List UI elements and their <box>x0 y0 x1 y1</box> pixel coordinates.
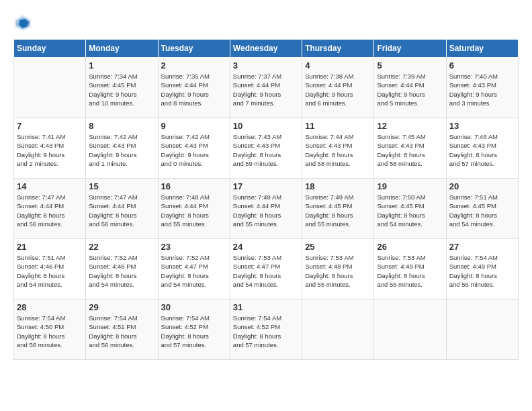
calendar-cell: 9Sunrise: 7:42 AM Sunset: 4:43 PM Daylig… <box>158 118 230 179</box>
calendar-cell: 22Sunrise: 7:52 AM Sunset: 4:46 PM Dayli… <box>86 239 158 300</box>
day-info: Sunrise: 7:37 AM Sunset: 4:44 PM Dayligh… <box>233 72 299 107</box>
calendar-cell: 20Sunrise: 7:51 AM Sunset: 4:45 PM Dayli… <box>446 179 518 239</box>
calendar-cell: 2Sunrise: 7:35 AM Sunset: 4:44 PM Daylig… <box>158 58 230 118</box>
day-info: Sunrise: 7:34 AM Sunset: 4:45 PM Dayligh… <box>89 72 154 107</box>
day-number: 25 <box>305 242 371 252</box>
day-number: 15 <box>89 181 154 191</box>
day-number: 31 <box>233 302 299 312</box>
day-info: Sunrise: 7:49 AM Sunset: 4:44 PM Dayligh… <box>233 193 299 228</box>
calendar-cell: 19Sunrise: 7:50 AM Sunset: 4:45 PM Dayli… <box>374 179 446 239</box>
page-header <box>13 13 519 32</box>
day-number: 11 <box>305 121 371 131</box>
day-info: Sunrise: 7:52 AM Sunset: 4:47 PM Dayligh… <box>161 253 227 289</box>
calendar-cell <box>302 300 374 360</box>
day-number: 13 <box>449 121 515 131</box>
calendar-cell: 27Sunrise: 7:54 AM Sunset: 4:49 PM Dayli… <box>446 239 518 300</box>
day-number: 7 <box>17 121 83 131</box>
logo <box>13 13 35 32</box>
day-info: Sunrise: 7:53 AM Sunset: 4:48 PM Dayligh… <box>305 253 371 289</box>
day-info: Sunrise: 7:49 AM Sunset: 4:45 PM Dayligh… <box>305 193 371 228</box>
header-cell-wednesday: Wednesday <box>230 40 302 58</box>
day-number: 24 <box>233 242 299 252</box>
day-info: Sunrise: 7:42 AM Sunset: 4:43 PM Dayligh… <box>161 132 227 168</box>
calendar-cell: 6Sunrise: 7:40 AM Sunset: 4:43 PM Daylig… <box>446 58 518 118</box>
calendar-cell: 10Sunrise: 7:43 AM Sunset: 4:43 PM Dayli… <box>230 118 302 179</box>
day-info: Sunrise: 7:38 AM Sunset: 4:44 PM Dayligh… <box>305 72 371 107</box>
header-cell-sunday: Sunday <box>14 40 86 58</box>
day-number: 26 <box>377 242 443 252</box>
day-info: Sunrise: 7:43 AM Sunset: 4:43 PM Dayligh… <box>233 132 299 168</box>
calendar-week-1: 1Sunrise: 7:34 AM Sunset: 4:45 PM Daylig… <box>14 58 519 118</box>
calendar-cell: 28Sunrise: 7:54 AM Sunset: 4:50 PM Dayli… <box>14 300 86 360</box>
calendar-week-3: 14Sunrise: 7:47 AM Sunset: 4:44 PM Dayli… <box>14 179 519 239</box>
calendar-cell: 7Sunrise: 7:41 AM Sunset: 4:43 PM Daylig… <box>14 118 86 179</box>
calendar-week-5: 28Sunrise: 7:54 AM Sunset: 4:50 PM Dayli… <box>14 300 519 360</box>
calendar-week-4: 21Sunrise: 7:51 AM Sunset: 4:46 PM Dayli… <box>14 239 519 300</box>
day-number: 5 <box>377 60 443 71</box>
calendar-cell <box>14 58 86 118</box>
header-cell-thursday: Thursday <box>302 40 374 58</box>
calendar-cell: 15Sunrise: 7:47 AM Sunset: 4:44 PM Dayli… <box>86 179 158 239</box>
calendar-cell: 11Sunrise: 7:44 AM Sunset: 4:43 PM Dayli… <box>302 118 374 179</box>
day-info: Sunrise: 7:50 AM Sunset: 4:45 PM Dayligh… <box>377 193 443 228</box>
calendar-cell: 29Sunrise: 7:54 AM Sunset: 4:51 PM Dayli… <box>86 300 158 360</box>
calendar-cell: 24Sunrise: 7:53 AM Sunset: 4:47 PM Dayli… <box>230 239 302 300</box>
day-info: Sunrise: 7:41 AM Sunset: 4:43 PM Dayligh… <box>17 132 83 168</box>
calendar-cell: 14Sunrise: 7:47 AM Sunset: 4:44 PM Dayli… <box>14 179 86 239</box>
day-number: 27 <box>449 242 515 252</box>
day-number: 18 <box>305 181 371 191</box>
day-info: Sunrise: 7:54 AM Sunset: 4:49 PM Dayligh… <box>449 253 515 289</box>
day-info: Sunrise: 7:53 AM Sunset: 4:47 PM Dayligh… <box>233 253 299 289</box>
day-number: 9 <box>161 121 227 131</box>
day-number: 23 <box>161 242 227 252</box>
day-number: 16 <box>161 181 227 191</box>
day-number: 14 <box>17 181 83 191</box>
day-number: 28 <box>17 302 83 312</box>
day-number: 29 <box>89 302 154 312</box>
calendar-cell: 26Sunrise: 7:53 AM Sunset: 4:49 PM Dayli… <box>374 239 446 300</box>
day-info: Sunrise: 7:47 AM Sunset: 4:44 PM Dayligh… <box>89 193 154 228</box>
day-info: Sunrise: 7:44 AM Sunset: 4:43 PM Dayligh… <box>305 132 371 168</box>
day-info: Sunrise: 7:51 AM Sunset: 4:45 PM Dayligh… <box>449 193 515 228</box>
day-info: Sunrise: 7:39 AM Sunset: 4:44 PM Dayligh… <box>377 72 443 107</box>
header-cell-tuesday: Tuesday <box>158 40 230 58</box>
day-info: Sunrise: 7:53 AM Sunset: 4:49 PM Dayligh… <box>377 253 443 289</box>
calendar-cell: 31Sunrise: 7:54 AM Sunset: 4:52 PM Dayli… <box>230 300 302 360</box>
day-info: Sunrise: 7:45 AM Sunset: 4:43 PM Dayligh… <box>377 132 443 168</box>
calendar-cell: 30Sunrise: 7:54 AM Sunset: 4:52 PM Dayli… <box>158 300 230 360</box>
calendar-week-2: 7Sunrise: 7:41 AM Sunset: 4:43 PM Daylig… <box>14 118 519 179</box>
day-info: Sunrise: 7:52 AM Sunset: 4:46 PM Dayligh… <box>89 253 154 289</box>
calendar-cell <box>446 300 518 360</box>
calendar-cell: 21Sunrise: 7:51 AM Sunset: 4:46 PM Dayli… <box>14 239 86 300</box>
calendar-cell: 25Sunrise: 7:53 AM Sunset: 4:48 PM Dayli… <box>302 239 374 300</box>
header-cell-friday: Friday <box>374 40 446 58</box>
day-number: 30 <box>161 302 227 312</box>
day-number: 10 <box>233 121 299 131</box>
calendar-cell: 8Sunrise: 7:42 AM Sunset: 4:43 PM Daylig… <box>86 118 158 179</box>
day-number: 12 <box>377 121 443 131</box>
calendar-cell: 3Sunrise: 7:37 AM Sunset: 4:44 PM Daylig… <box>230 58 302 118</box>
day-number: 3 <box>233 60 299 71</box>
header-cell-saturday: Saturday <box>446 40 518 58</box>
calendar-table: SundayMondayTuesdayWednesdayThursdayFrid… <box>13 39 519 360</box>
day-info: Sunrise: 7:48 AM Sunset: 4:44 PM Dayligh… <box>161 193 227 228</box>
day-info: Sunrise: 7:54 AM Sunset: 4:52 PM Dayligh… <box>233 314 299 349</box>
logo-icon <box>13 13 32 32</box>
day-info: Sunrise: 7:46 AM Sunset: 4:43 PM Dayligh… <box>449 132 515 168</box>
day-info: Sunrise: 7:40 AM Sunset: 4:43 PM Dayligh… <box>449 72 515 107</box>
day-info: Sunrise: 7:54 AM Sunset: 4:51 PM Dayligh… <box>89 314 154 349</box>
day-info: Sunrise: 7:51 AM Sunset: 4:46 PM Dayligh… <box>17 253 83 289</box>
day-number: 2 <box>161 60 227 71</box>
day-number: 20 <box>449 181 515 191</box>
day-number: 4 <box>305 60 371 71</box>
header-row: SundayMondayTuesdayWednesdayThursdayFrid… <box>14 40 519 58</box>
calendar-cell: 13Sunrise: 7:46 AM Sunset: 4:43 PM Dayli… <box>446 118 518 179</box>
calendar-cell: 12Sunrise: 7:45 AM Sunset: 4:43 PM Dayli… <box>374 118 446 179</box>
calendar-cell: 23Sunrise: 7:52 AM Sunset: 4:47 PM Dayli… <box>158 239 230 300</box>
calendar-cell: 5Sunrise: 7:39 AM Sunset: 4:44 PM Daylig… <box>374 58 446 118</box>
day-info: Sunrise: 7:35 AM Sunset: 4:44 PM Dayligh… <box>161 72 227 107</box>
day-number: 17 <box>233 181 299 191</box>
day-info: Sunrise: 7:47 AM Sunset: 4:44 PM Dayligh… <box>17 193 83 228</box>
day-number: 19 <box>377 181 443 191</box>
day-info: Sunrise: 7:54 AM Sunset: 4:50 PM Dayligh… <box>17 314 83 349</box>
